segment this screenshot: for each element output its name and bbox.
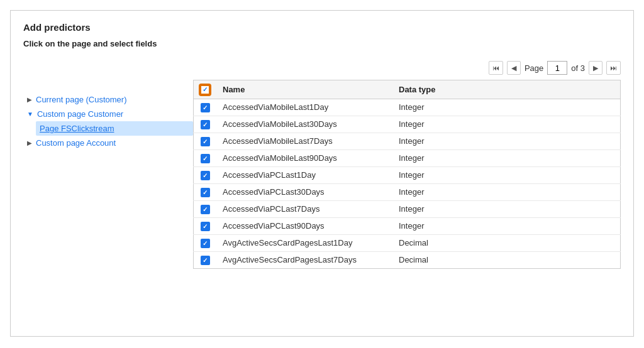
table-row: AccessedViaMobileLast7DaysInteger bbox=[194, 133, 621, 150]
table-header-row: Name Data type bbox=[194, 80, 621, 99]
table-body: AccessedViaMobileLast1DayIntegerAccessed… bbox=[194, 99, 621, 268]
row-datatype: Integer bbox=[392, 166, 621, 183]
pagination-row: ⏮ ◀ Page of 3 ▶ ⏭ bbox=[193, 61, 621, 75]
row-checkbox-cell bbox=[194, 116, 217, 133]
page-label: Page bbox=[525, 63, 543, 73]
row-checkbox[interactable] bbox=[201, 137, 210, 146]
row-checkbox-cell bbox=[194, 99, 217, 116]
row-checkbox-cell bbox=[194, 217, 217, 234]
row-checkbox[interactable] bbox=[201, 205, 210, 214]
table-row: AccessedViaPCLast1DayInteger bbox=[194, 166, 621, 183]
main-layout: ▶ Current page (Customer) ▼ Custom page … bbox=[23, 61, 621, 269]
tree-item-page-fsclickstream[interactable]: Page FSClickstream bbox=[36, 121, 193, 136]
arrow-icon-custom-account: ▶ bbox=[27, 139, 32, 146]
table-row: AvgActiveSecsCardPagesLast7DaysDecimal bbox=[194, 251, 621, 268]
row-name: AccessedViaMobileLast7Days bbox=[216, 133, 392, 150]
main-container: Add predictors Click on the page and sel… bbox=[10, 10, 634, 337]
row-datatype: Decimal bbox=[392, 234, 621, 251]
row-name: AccessedViaMobileLast30Days bbox=[216, 116, 392, 133]
tree-label-custom-page-customer: Custom page Customer bbox=[37, 109, 123, 119]
table-row: AccessedViaMobileLast1DayInteger bbox=[194, 99, 621, 116]
row-checkbox[interactable] bbox=[201, 188, 210, 197]
tree-item-custom-page-account[interactable]: ▶ Custom page Account bbox=[23, 136, 193, 150]
row-checkbox-cell bbox=[194, 133, 217, 150]
row-datatype: Integer bbox=[392, 150, 621, 166]
row-name: AccessedViaPCLast90Days bbox=[216, 217, 392, 234]
row-name: AccessedViaMobileLast90Days bbox=[216, 150, 392, 166]
arrow-icon-custom-customer: ▼ bbox=[27, 111, 33, 117]
first-page-button[interactable]: ⏮ bbox=[489, 61, 503, 75]
row-datatype: Integer bbox=[392, 200, 621, 217]
data-table: Name Data type AccessedViaMobileLast1Day… bbox=[193, 80, 621, 269]
row-checkbox[interactable] bbox=[201, 154, 210, 163]
subtitle: Click on the page and select fields bbox=[23, 39, 621, 48]
row-datatype: Integer bbox=[392, 116, 621, 133]
row-name: AvgActiveSecsCardPagesLast7Days bbox=[216, 251, 392, 268]
tree-label-current-page-customer: Current page (Customer) bbox=[36, 95, 127, 104]
row-name: AccessedViaMobileLast1Day bbox=[216, 99, 392, 116]
row-checkbox-cell bbox=[194, 166, 217, 183]
header-checkbox-cell bbox=[194, 80, 217, 99]
table-row: AccessedViaMobileLast90DaysInteger bbox=[194, 150, 621, 166]
row-datatype: Integer bbox=[392, 133, 621, 150]
tree-label-custom-page-account: Custom page Account bbox=[36, 138, 116, 148]
prev-page-button[interactable]: ◀ bbox=[507, 61, 521, 75]
row-name: AccessedViaPCLast1Day bbox=[216, 166, 392, 183]
next-page-button[interactable]: ▶ bbox=[589, 61, 602, 75]
content-panel: ⏮ ◀ Page of 3 ▶ ⏭ Name Data type bbox=[193, 61, 621, 269]
row-checkbox-cell bbox=[194, 150, 217, 166]
row-checkbox[interactable] bbox=[201, 222, 210, 231]
row-name: AvgActiveSecsCardPagesLast1Day bbox=[216, 234, 392, 251]
row-checkbox[interactable] bbox=[201, 103, 210, 112]
total-pages-label: of 3 bbox=[571, 63, 585, 73]
row-checkbox-cell bbox=[194, 183, 217, 200]
row-checkbox[interactable] bbox=[201, 171, 210, 180]
table-row: AccessedViaPCLast90DaysInteger bbox=[194, 217, 621, 234]
header-datatype: Data type bbox=[392, 80, 621, 99]
table-row: AccessedViaPCLast7DaysInteger bbox=[194, 200, 621, 217]
row-datatype: Integer bbox=[392, 183, 621, 200]
select-all-checkbox[interactable] bbox=[200, 85, 210, 95]
row-name: AccessedViaPCLast30Days bbox=[216, 183, 392, 200]
row-datatype: Integer bbox=[392, 99, 621, 116]
page-title: Add predictors bbox=[23, 22, 621, 33]
table-row: AvgActiveSecsCardPagesLast1DayDecimal bbox=[194, 234, 621, 251]
row-checkbox-cell bbox=[194, 234, 217, 251]
row-checkbox-cell bbox=[194, 200, 217, 217]
header-name: Name bbox=[216, 80, 392, 99]
arrow-icon-current: ▶ bbox=[27, 96, 32, 103]
tree-item-custom-page-customer[interactable]: ▼ Custom page Customer bbox=[23, 107, 193, 121]
row-checkbox[interactable] bbox=[201, 120, 210, 129]
row-name: AccessedViaPCLast7Days bbox=[216, 200, 392, 217]
row-checkbox-cell bbox=[194, 251, 217, 268]
table-row: AccessedViaMobileLast30DaysInteger bbox=[194, 116, 621, 133]
tree-panel: ▶ Current page (Customer) ▼ Custom page … bbox=[23, 61, 193, 269]
row-datatype: Decimal bbox=[392, 251, 621, 268]
row-checkbox[interactable] bbox=[201, 256, 210, 265]
tree-item-current-page-customer[interactable]: ▶ Current page (Customer) bbox=[23, 92, 193, 107]
page-number-input[interactable] bbox=[547, 61, 567, 75]
row-checkbox[interactable] bbox=[201, 239, 210, 248]
table-row: AccessedViaPCLast30DaysInteger bbox=[194, 183, 621, 200]
last-page-button[interactable]: ⏭ bbox=[606, 61, 621, 75]
tree-link-fsclickstream[interactable]: Page FSClickstream bbox=[40, 124, 114, 133]
row-datatype: Integer bbox=[392, 217, 621, 234]
